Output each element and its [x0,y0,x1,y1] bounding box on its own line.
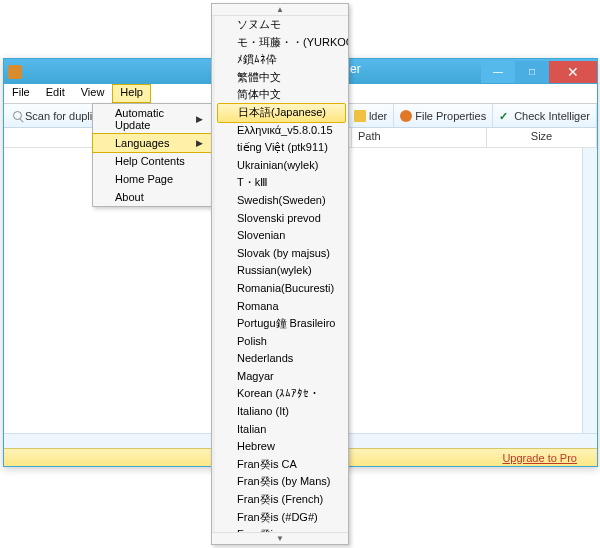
col-path[interactable]: Path [352,128,487,147]
check-intel-label: Check Intelliger [514,110,590,122]
language-item[interactable]: Ukrainian(wylek) [233,157,348,175]
language-item[interactable]: 简体中文 [233,86,348,104]
folder-icon [354,110,366,122]
folder-button[interactable]: lder [348,104,394,127]
file-properties-button[interactable]: File Properties [394,104,493,127]
file-props-label: File Properties [415,110,486,122]
language-item[interactable]: Italiano (It) [233,403,348,421]
vertical-scrollbar[interactable] [582,148,597,448]
language-item[interactable]: Fran癸is (#DG#) [233,509,348,527]
language-item[interactable]: tiếng Việt (ptk911) [233,139,348,157]
menu-home-page[interactable]: Home Page [93,170,211,188]
upgrade-link[interactable]: Upgrade to Pro [502,452,577,464]
language-item[interactable]: Russian(wylek) [233,262,348,280]
language-item[interactable]: ソヌムモ [233,16,348,34]
language-item[interactable]: Hebrew [233,438,348,456]
language-item[interactable]: Ελληνικά_v5.8.0.15 [233,122,348,140]
col-size[interactable]: Size [487,128,597,147]
language-item[interactable]: Romania(Bucuresti) [233,280,348,298]
menu-about[interactable]: About [93,188,211,206]
search-icon [13,111,22,120]
automatic-update-label: Automatic Update [115,107,196,131]
language-item[interactable]: Nederlands [233,350,348,368]
language-item[interactable]: Fran癸is CA [233,456,348,474]
language-item[interactable]: Slovenian [233,227,348,245]
language-item[interactable]: Italian [233,421,348,439]
language-item[interactable]: T・kⅢ [233,174,348,192]
scroll-down-button[interactable]: ▼ [212,532,348,544]
check-intelliger-button[interactable]: ✓ Check Intelliger [493,104,597,127]
languages-label: Languages [115,137,169,149]
minimize-button[interactable]: — [481,61,515,83]
language-item[interactable]: Slovak (by majsus) [233,245,348,263]
menu-view[interactable]: View [73,84,113,103]
language-item[interactable]: ﾒ鏆ﾑﾈ伜 [233,51,348,69]
language-item[interactable]: Slovenski prevod [233,210,348,228]
language-item[interactable]: Fran癸is (French) [233,491,348,509]
properties-icon [400,110,412,122]
language-item[interactable]: Magyar [233,368,348,386]
menu-languages[interactable]: Languages ▶ [92,133,212,153]
language-item[interactable]: Romana [233,298,348,316]
about-label: About [115,191,144,203]
maximize-button[interactable]: □ [515,61,549,83]
language-item[interactable]: Polish [233,333,348,351]
language-item[interactable]: 繁體中文 [233,69,348,87]
language-menu: ▲ ソヌムモモ・珥藤・・(YURKOG)ﾒ鏆ﾑﾈ伜繁體中文简体中文日本語(Jap… [211,3,349,545]
window-title-visible: er [350,62,361,76]
menu-edit[interactable]: Edit [38,84,73,103]
close-button[interactable]: ✕ [549,61,597,83]
help-menu: Automatic Update ▶ Languages ▶ Help Cont… [92,103,212,207]
home-page-label: Home Page [115,173,173,185]
language-item[interactable]: Swedish(Sweden) [233,192,348,210]
menu-file[interactable]: File [4,84,38,103]
language-item[interactable]: 日本語(Japanese) [217,103,346,123]
check-icon: ✓ [499,110,511,122]
chevron-right-icon: ▶ [196,114,203,124]
menu-help-contents[interactable]: Help Contents [93,152,211,170]
menu-automatic-update[interactable]: Automatic Update ▶ [93,104,211,134]
language-item[interactable]: Korean (ｽﾑｱﾀｾ・ [233,385,348,403]
folder-label: lder [369,110,387,122]
scroll-up-button[interactable]: ▲ [212,4,348,16]
language-item[interactable]: モ・珥藤・・(YURKOG) [233,34,348,52]
menu-help[interactable]: Help [112,84,151,103]
language-item[interactable]: Portugu鐘 Brasileiro [233,315,348,333]
language-item[interactable]: Fran癸is (by Mans) [233,473,348,491]
chevron-right-icon: ▶ [196,138,203,148]
help-contents-label: Help Contents [115,155,185,167]
app-icon [8,65,22,79]
language-list: ソヌムモモ・珥藤・・(YURKOG)ﾒ鏆ﾑﾈ伜繁體中文简体中文日本語(Japan… [212,16,348,532]
